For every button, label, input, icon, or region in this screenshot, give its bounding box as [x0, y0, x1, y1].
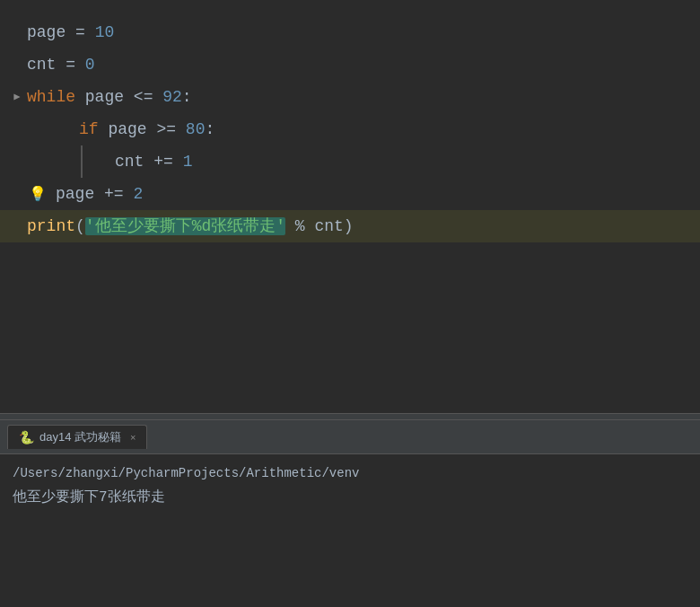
code-text-6: page += 2 — [52, 178, 700, 210]
code-line-7: print('他至少要撕下%d张纸带走' % cnt) — [0, 210, 700, 242]
svg-marker-0 — [13, 93, 20, 100]
terminal-tab-close[interactable]: × — [130, 432, 136, 443]
code-editor: page = 10 cnt = 0 while page <= 92: if p… — [0, 0, 700, 413]
editor-terminal-divider — [0, 413, 700, 420]
terminal-tab-label: day14 武功秘籍 — [39, 429, 121, 445]
code-line-2: cnt = 0 — [0, 48, 700, 81]
code-text-3: while page <= 92: — [27, 81, 700, 113]
terminal-tab[interactable]: 🐍 day14 武功秘籍 × — [7, 425, 147, 449]
code-text-4: if page >= 80: — [43, 113, 700, 145]
hint-lightbulb-icon: 💡 — [27, 185, 48, 203]
code-text-2: cnt = 0 — [27, 48, 700, 81]
terminal-content: /Users/zhangxi/PycharmProjects/Arithmeti… — [0, 454, 700, 519]
code-line-4: if page >= 80: — [0, 113, 700, 145]
code-text-5: cnt += 1 — [43, 145, 700, 178]
terminal-path: /Users/zhangxi/PycharmProjects/Arithmeti… — [13, 463, 687, 483]
terminal-area: 🐍 day14 武功秘籍 × /Users/zhangxi/PycharmPro… — [0, 420, 700, 607]
code-text-1: page = 10 — [27, 16, 700, 48]
code-line-5: cnt += 1 — [0, 145, 700, 178]
terminal-output: 他至少要撕下7张纸带走 — [13, 487, 687, 510]
fold-icon-while[interactable] — [9, 92, 25, 102]
code-line-6: 💡 page += 2 — [0, 178, 700, 210]
code-line-3: while page <= 92: — [0, 81, 700, 113]
terminal-tab-bar: 🐍 day14 武功秘籍 × — [0, 420, 700, 454]
python-icon: 🐍 — [19, 430, 34, 444]
code-line-1: page = 10 — [0, 16, 700, 48]
code-text-7: print('他至少要撕下%d张纸带走' % cnt) — [27, 210, 700, 242]
